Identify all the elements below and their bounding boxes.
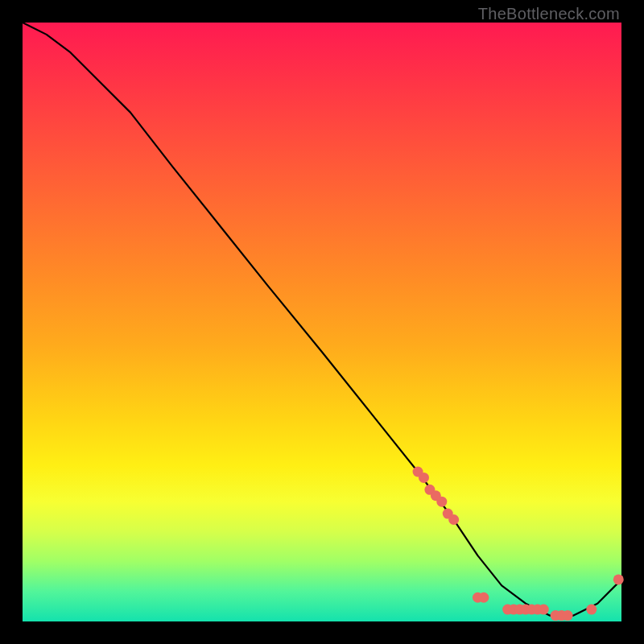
watermark-text: TheBottleneck.com bbox=[478, 5, 620, 23]
data-point bbox=[448, 514, 459, 525]
data-point bbox=[613, 574, 624, 584]
chart-frame: TheBottleneck.com bbox=[0, 0, 644, 644]
data-point bbox=[563, 610, 573, 621]
chart-overlay bbox=[23, 23, 621, 621]
data-point bbox=[436, 497, 447, 507]
plot-area bbox=[23, 23, 621, 621]
data-point bbox=[586, 605, 597, 615]
bottleneck-curve bbox=[23, 23, 621, 616]
data-point bbox=[419, 473, 429, 483]
data-point bbox=[478, 592, 489, 603]
data-point bbox=[539, 605, 549, 615]
